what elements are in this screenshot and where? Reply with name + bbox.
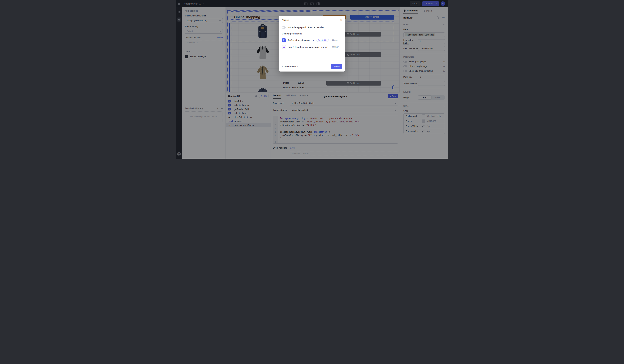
make-public-toggle-off[interactable] (282, 26, 286, 28)
add-members-button[interactable]: +Add members (282, 65, 298, 68)
member-avatar: F (282, 38, 286, 42)
member-row: Test & Development Workspace admins Owne… (282, 45, 342, 49)
group-person-icon (283, 46, 285, 48)
close-icon[interactable]: ✕ (340, 19, 342, 21)
member-avatar (282, 45, 286, 49)
member-name: fw@business-inventor.com (288, 39, 315, 42)
member-permissions-label: Member permissions: (282, 33, 342, 35)
make-public-label: Make the app public. Anyone can view. (287, 26, 325, 28)
app-window: shopping-cart_1 Share Preview F ? App se… (176, 0, 448, 159)
finish-button[interactable]: Finish (331, 64, 342, 69)
avatar-initial: F (283, 39, 285, 41)
member-role[interactable]: Owner (332, 46, 338, 48)
member-list: F fw@business-inventor.com Created by Ow… (282, 36, 342, 49)
member-row: F fw@business-inventor.com Created by Ow… (282, 38, 342, 42)
created-by-badge: Created by (316, 39, 329, 42)
plus-icon: + (282, 65, 283, 68)
member-role[interactable]: Owner (332, 39, 338, 41)
member-name: Test & Development Workspace admins (288, 46, 328, 48)
share-modal-title: Share (282, 19, 289, 22)
share-modal: Share ✕ Make the app public. Anyone can … (279, 16, 345, 72)
